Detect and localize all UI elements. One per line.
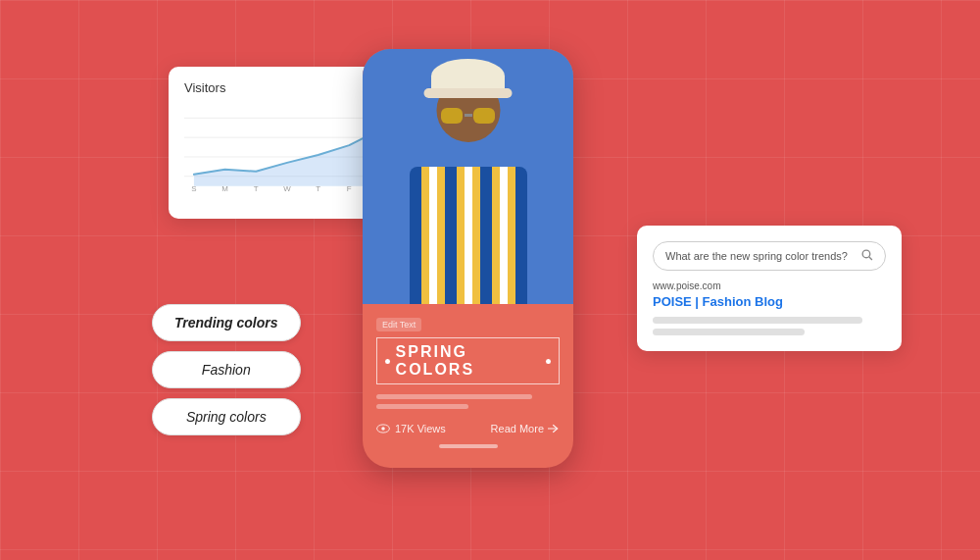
headline-dot-left <box>385 359 390 364</box>
hat-brim <box>424 88 513 98</box>
svg-text:T: T <box>254 184 259 193</box>
headline-dot-right <box>546 359 551 364</box>
svg-text:T: T <box>316 184 320 193</box>
chart-title: Visitors <box>184 80 378 95</box>
read-more-text[interactable]: Read More <box>491 423 560 434</box>
phone-content: Edit Text SPRING COLORS 17K Views Read M… <box>363 304 573 468</box>
search-url: www.poise.com <box>653 280 886 291</box>
svg-text:S: S <box>191 184 196 193</box>
chart-area: S M T W T F S <box>184 103 378 201</box>
glass-left <box>441 108 463 124</box>
svg-text:M: M <box>221 184 228 193</box>
person-glasses <box>441 108 495 126</box>
svg-text:F: F <box>347 184 352 193</box>
phone-image <box>363 49 573 304</box>
chart-card: Visitors S M T W T F S <box>169 67 394 219</box>
search-line-2 <box>653 329 805 335</box>
glass-right <box>473 108 495 124</box>
views-text: 17K Views <box>376 423 446 434</box>
svg-point-14 <box>381 427 385 431</box>
search-bar[interactable] <box>653 241 886 271</box>
phone-headline: SPRING COLORS <box>376 337 560 384</box>
phone-home-bar <box>439 444 498 448</box>
pill-fashion[interactable]: Fashion <box>152 351 301 388</box>
pill-spring[interactable]: Spring colors <box>152 398 301 435</box>
phone-lines <box>376 394 560 409</box>
phone-line-1 <box>376 394 532 399</box>
svg-point-11 <box>862 250 870 258</box>
pill-trending[interactable]: Trending colors <box>152 304 301 341</box>
glass-bridge <box>465 114 472 117</box>
person-head <box>436 78 500 142</box>
search-line-1 <box>653 317 862 324</box>
person-illustration <box>390 78 547 304</box>
search-card: www.poise.com POISE | Fashion Blog <box>637 226 902 351</box>
search-input[interactable] <box>665 250 853 262</box>
search-icon <box>860 248 873 264</box>
search-result-link[interactable]: POISE | Fashion Blog <box>653 294 886 309</box>
phone-card: Edit Text SPRING COLORS 17K Views Read M… <box>363 49 573 468</box>
svg-text:W: W <box>283 184 291 193</box>
pills-group: Trending colors Fashion Spring colors <box>152 304 301 435</box>
person-shirt <box>410 167 527 304</box>
phone-line-2 <box>376 404 468 409</box>
edit-text-label: Edit Text <box>376 318 421 331</box>
svg-line-12 <box>869 257 872 260</box>
search-result-lines <box>653 317 886 335</box>
phone-footer: 17K Views Read More <box>376 423 560 434</box>
